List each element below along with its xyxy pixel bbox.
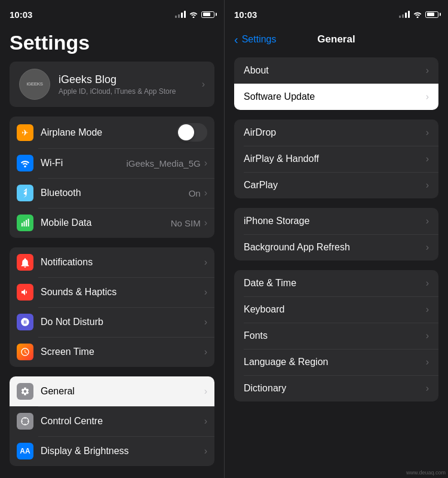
date-time-row[interactable]: Date & Time › — [234, 270, 438, 296]
control-centre-chevron: › — [204, 416, 207, 427]
right-battery-icon — [425, 11, 438, 18]
sounds-label: Sounds & Haptics — [41, 287, 204, 298]
right-signal-icon — [399, 11, 410, 18]
carplay-row[interactable]: CarPlay › — [234, 172, 438, 198]
wifi-value: iGeeks_Media_5G — [126, 158, 200, 168]
screentime-row[interactable]: Screen Time › — [10, 337, 214, 367]
dnd-chevron: › — [204, 317, 207, 327]
right-status-icons — [399, 11, 438, 18]
profile-info: iGeeks Blog Apple ID, iCloud, iTunes & A… — [59, 73, 202, 96]
mobile-data-icon — [17, 215, 33, 231]
date-time-label: Date & Time — [244, 278, 426, 289]
profile-sub: Apple ID, iCloud, iTunes & App Store — [59, 87, 202, 96]
bluetooth-icon — [17, 185, 33, 201]
profile-chevron: › — [202, 79, 205, 90]
control-centre-icon — [17, 413, 33, 430]
language-chevron: › — [426, 357, 429, 367]
bg-refresh-label: Background App Refresh — [244, 242, 426, 253]
svg-rect-1 — [24, 222, 25, 227]
svg-rect-2 — [26, 220, 27, 226]
software-update-chevron: › — [426, 91, 429, 102]
display-brightness-row[interactable]: AA Display & Brightness › — [10, 436, 214, 466]
dictionary-chevron: › — [426, 383, 429, 394]
wifi-row[interactable]: Wi-Fi iGeeks_Media_5G › — [10, 148, 214, 178]
fonts-row[interactable]: Fonts › — [234, 323, 438, 349]
battery-icon — [201, 11, 214, 18]
mobile-data-value: No SIM — [171, 218, 201, 228]
screentime-icon — [17, 344, 33, 360]
svg-rect-3 — [28, 219, 29, 226]
nav-bar: ‹ Settings General — [225, 26, 448, 53]
profile-row[interactable]: iGEEKS iGeeks Blog Apple ID, iCloud, iTu… — [10, 62, 214, 107]
airdrop-label: AirDrop — [244, 127, 426, 138]
iphone-storage-row[interactable]: iPhone Storage › — [234, 208, 438, 234]
display-brightness-chevron: › — [204, 446, 207, 456]
language-label: Language & Region — [244, 357, 426, 367]
airplane-toggle[interactable] — [177, 123, 207, 142]
bluetooth-row[interactable]: Bluetooth On › — [10, 178, 214, 208]
airdrop-row[interactable]: AirDrop › — [234, 120, 438, 146]
notifications-row[interactable]: Notifications › — [10, 247, 214, 277]
general-row[interactable]: General › — [10, 376, 214, 406]
airplay-chevron: › — [426, 154, 429, 164]
dictionary-label: Dictionary — [244, 383, 426, 394]
carplay-label: CarPlay — [244, 180, 426, 191]
personal-group: Notifications › Sounds & Haptics › Do No… — [10, 247, 214, 367]
bluetooth-value: On — [189, 188, 201, 198]
language-row[interactable]: Language & Region › — [234, 349, 438, 375]
dnd-icon — [17, 314, 33, 330]
about-label: About — [244, 65, 426, 76]
airplane-icon: ✈ — [17, 124, 33, 141]
mobile-data-row[interactable]: Mobile Data No SIM › — [10, 208, 214, 238]
svg-rect-0 — [22, 223, 23, 226]
profile-name: iGeeks Blog — [59, 73, 202, 86]
back-label: Settings — [242, 34, 277, 45]
bluetooth-label: Bluetooth — [41, 188, 189, 198]
keyboard-chevron: › — [426, 304, 429, 315]
control-centre-row[interactable]: Control Centre › — [10, 406, 214, 436]
left-panel: 10:03 Settings iGEEKS iGeeks Blog Apple … — [0, 0, 224, 478]
dnd-row[interactable]: Do Not Disturb › — [10, 307, 214, 337]
back-button[interactable]: ‹ Settings — [234, 33, 276, 47]
airplay-row[interactable]: AirPlay & Handoff › — [234, 146, 438, 172]
keyboard-row[interactable]: Keyboard › — [234, 296, 438, 323]
right-group-wireless: AirDrop › AirPlay & Handoff › CarPlay › — [234, 120, 438, 198]
fonts-chevron: › — [426, 330, 429, 341]
software-update-row[interactable]: Software Update › — [234, 84, 438, 110]
sounds-row[interactable]: Sounds & Haptics › — [10, 277, 214, 307]
right-group-top: About › Software Update › — [234, 57, 438, 110]
airplane-mode-row[interactable]: ✈ Airplane Mode — [10, 117, 214, 148]
left-time: 10:03 — [10, 10, 32, 20]
sounds-chevron: › — [204, 287, 207, 298]
dnd-label: Do Not Disturb — [41, 317, 204, 327]
nav-title: General — [317, 33, 355, 45]
airplay-label: AirPlay & Handoff — [244, 154, 426, 164]
notifications-icon — [17, 254, 33, 271]
watermark: www.deuaq.com — [406, 470, 446, 476]
sounds-icon — [17, 284, 33, 301]
notifications-chevron: › — [204, 257, 207, 268]
right-group-storage: iPhone Storage › Background App Refresh … — [234, 208, 438, 261]
iphone-storage-chevron: › — [426, 216, 429, 226]
display-brightness-icon: AA — [17, 443, 33, 459]
about-row[interactable]: About › — [234, 57, 438, 84]
wifi-icon — [189, 11, 198, 18]
left-status-bar: 10:03 — [0, 0, 224, 26]
screentime-chevron: › — [204, 347, 207, 357]
right-time: 10:03 — [234, 10, 257, 20]
dictionary-row[interactable]: Dictionary › — [234, 375, 438, 402]
right-status-bar: 10:03 — [225, 0, 448, 26]
system-group: General › Control Centre › AA Display & … — [10, 376, 214, 466]
general-chevron: › — [204, 386, 207, 397]
fonts-label: Fonts — [244, 330, 426, 341]
avatar: iGEEKS — [19, 69, 50, 100]
right-panel: 10:03 ‹ Settings General About › — [224, 0, 448, 478]
right-group-locale: Date & Time › Keyboard › Fonts › Languag… — [234, 270, 438, 402]
control-centre-label: Control Centre — [41, 416, 204, 427]
left-status-icons — [175, 11, 214, 18]
wifi-settings-icon — [17, 155, 33, 171]
airdrop-chevron: › — [426, 127, 429, 138]
mobile-data-label: Mobile Data — [41, 217, 171, 228]
back-chevron-icon: ‹ — [234, 33, 238, 47]
bg-refresh-row[interactable]: Background App Refresh › — [234, 234, 438, 261]
